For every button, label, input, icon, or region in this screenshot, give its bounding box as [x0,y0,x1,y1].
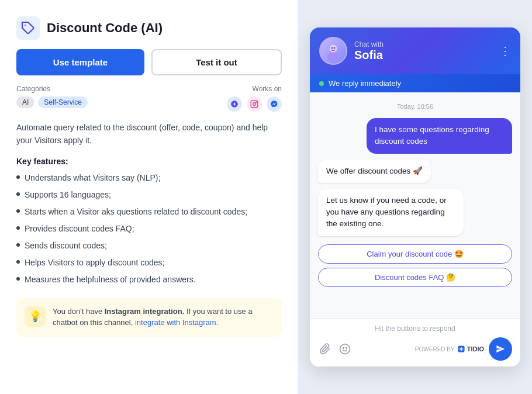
message-row: We offer discount codes 🚀 [318,160,512,183]
hit-buttons-text: Hit the buttons to respond [318,324,512,333]
tidio-platform-icon [227,96,242,112]
svg-point-10 [340,344,350,354]
left-panel: Discount Code (AI) Use template Test it … [0,0,298,394]
incoming-bubble: Let us know if you need a code, or you h… [318,189,464,236]
features-list: Understands what Visitors say (NLP); Sup… [16,172,282,286]
feature-text: Measures the helpfulness of provided ans… [25,274,196,286]
description: Automate query related to the discount (… [16,121,282,147]
attachment-icon[interactable] [318,342,332,356]
message-text: Let us know if you need a code, or you h… [326,196,447,229]
bullet-icon [16,175,20,179]
message-text: We offer discount codes 🚀 [326,167,423,175]
feature-text: Starts when a Visitor aks questions rela… [25,206,247,218]
page-title: Discount Code (AI) [47,20,163,36]
notice-box: 💡 You don't have Instagram integration. … [16,298,282,337]
tag-selfservice: Self-Service [38,96,88,108]
meta-left: Categories AI Self-Service [16,85,88,108]
message-row: I have some questions regarding discount… [318,118,512,154]
svg-point-9 [334,47,336,49]
avatar-image [320,38,346,64]
chat-menu-icon[interactable]: ⋮ [499,44,511,58]
feature-text: Helps Visitors to apply discount codes; [25,257,164,269]
tidio-logo: TIDIO [457,345,484,353]
features-section: Key features: Understands what Visitors … [16,157,282,286]
chat-header: Chat with Sofia ⋮ [310,27,520,74]
chat-input-area: Hit the buttons to respond [310,318,520,367]
test-it-out-button[interactable]: Test it out [151,49,282,75]
feature-text: Understands what Visitors say (NLP); [25,172,160,184]
chat-toolbar: POWERED BY TIDIO [318,337,512,361]
list-item: Helps Visitors to apply discount codes; [16,257,282,269]
incoming-bubble: We offer discount codes 🚀 [318,160,431,183]
notice-text-before: You don't have [53,307,105,316]
list-item: Sends discount codes; [16,240,282,252]
bullet-icon [16,260,20,264]
message-timestamp: Today, 10:56 [318,103,512,110]
send-button[interactable] [489,337,512,361]
meta-row: Categories AI Self-Service Works on [16,85,282,112]
feature-text: Supports 16 languages; [25,189,111,201]
feature-text: Sends discount codes; [25,240,107,252]
quick-replies: Claim your discount code 🤩 Discount code… [318,244,512,287]
notice-icon: 💡 [25,306,46,327]
message-text: I have some questions regarding discount… [375,125,489,146]
discount-faq-button[interactable]: Discount codes FAQ 🤔 [318,268,512,287]
tag-icon [16,16,40,40]
agent-info: Chat with Sofia [354,40,384,62]
list-item: Provides discount codes FAQ; [16,223,282,235]
lightbulb-icon: 💡 [29,310,42,323]
notice-text: You don't have Instagram integration. If… [53,306,274,329]
list-item: Measures the helpfulness of provided ans… [16,274,282,286]
notice-bold: Instagram integration. [105,307,185,316]
feature-text: Provides discount codes FAQ; [25,223,134,235]
use-template-button[interactable]: Use template [16,49,144,75]
tag-ai: AI [16,96,34,108]
svg-point-7 [330,45,337,52]
list-item: Supports 16 languages; [16,189,282,201]
claim-discount-button[interactable]: Claim your discount code 🤩 [318,244,512,264]
avatar [319,37,347,65]
chat-with-text: Chat with [354,40,384,49]
outgoing-bubble: I have some questions regarding discount… [367,118,512,154]
emoji-icon[interactable] [338,342,352,356]
svg-point-3 [253,103,256,106]
action-buttons: Use template Test it out [16,49,282,75]
svg-point-11 [343,348,344,349]
right-panel: Chat with Sofia ⋮ We reply immediately T… [298,0,532,394]
chat-status-bar: We reply immediately [310,74,520,92]
title-row: Discount Code (AI) [16,16,282,40]
tags-row: AI Self-Service [16,96,88,108]
svg-point-6 [327,53,340,61]
works-on-label: Works on [253,85,282,93]
svg-point-12 [346,348,347,349]
svg-point-8 [331,47,333,49]
platform-icons [227,96,282,112]
bullet-icon [16,192,20,196]
bullet-icon [16,277,20,281]
bullet-icon [16,243,20,247]
chat-header-left: Chat with Sofia [319,37,384,65]
message-row: Let us know if you need a code, or you h… [318,189,512,236]
status-text: We reply immediately [329,79,401,88]
svg-rect-2 [251,101,258,108]
toolbar-icons [318,342,415,356]
messenger-platform-icon [267,96,282,112]
list-item: Understands what Visitors say (NLP); [16,172,282,184]
list-item: Starts when a Visitor aks questions rela… [16,206,282,218]
powered-by: POWERED BY TIDIO [415,345,484,353]
features-title: Key features: [16,157,282,166]
bullet-icon [16,226,20,230]
meta-right: Works on [227,85,282,112]
chat-window: Chat with Sofia ⋮ We reply immediately T… [310,27,520,367]
instagram-platform-icon [247,96,262,112]
bullet-icon [16,209,20,213]
chat-messages: Today, 10:56 I have some questions regar… [310,92,520,318]
agent-name: Sofia [354,49,384,62]
status-dot [319,81,324,86]
categories-label: Categories [16,85,88,93]
svg-point-4 [256,102,257,102]
powered-by-text: POWERED BY [415,346,455,352]
instagram-link[interactable]: integrate with Instagram. [135,318,218,327]
